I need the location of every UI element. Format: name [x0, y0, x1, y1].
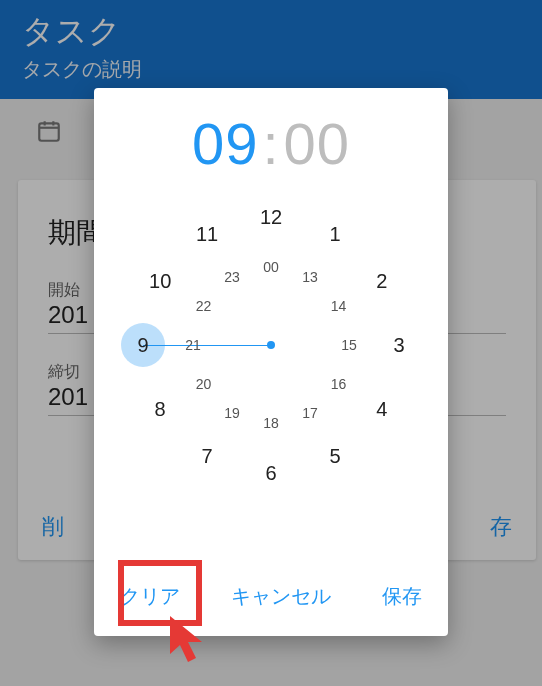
clock-hour-4[interactable]: 4 — [367, 394, 397, 424]
clock-face[interactable]: 9 12123456781011001314151617181920212223 — [121, 195, 421, 495]
annotation-cursor-icon — [168, 614, 218, 668]
clock-hour-2[interactable]: 2 — [367, 266, 397, 296]
clock-hour-14[interactable]: 14 — [324, 291, 354, 321]
clock-center-dot — [267, 341, 275, 349]
clock-hour-15[interactable]: 15 — [334, 330, 364, 360]
clock-hour-18[interactable]: 18 — [256, 408, 286, 438]
clock-hour-12[interactable]: 12 — [256, 202, 286, 232]
clock-hour-17[interactable]: 17 — [295, 398, 325, 428]
clock-hour-8[interactable]: 8 — [145, 394, 175, 424]
clock-hour-19[interactable]: 19 — [217, 398, 247, 428]
time-display: 09:00 — [94, 110, 448, 177]
dialog-save-button[interactable]: 保存 — [382, 583, 422, 610]
clock-hour-5[interactable]: 5 — [320, 441, 350, 471]
clock-hour-11[interactable]: 11 — [192, 219, 222, 249]
cancel-button[interactable]: キャンセル — [231, 583, 331, 610]
time-minute[interactable]: 00 — [284, 111, 351, 176]
time-picker-dialog: 09:00 9 12123456781011001314151617181920… — [94, 88, 448, 636]
clock-hour-16[interactable]: 16 — [324, 369, 354, 399]
clock-hour-20[interactable]: 20 — [188, 369, 218, 399]
time-hour[interactable]: 09 — [192, 111, 259, 176]
clock-hour-00[interactable]: 00 — [256, 252, 286, 282]
clock-hour-6[interactable]: 6 — [256, 458, 286, 488]
time-colon: : — [262, 111, 279, 176]
clock-selected-hour[interactable]: 9 — [121, 323, 165, 367]
clock-hour-23[interactable]: 23 — [217, 262, 247, 292]
clock-hour-1[interactable]: 1 — [320, 219, 350, 249]
clock-hour-3[interactable]: 3 — [384, 330, 414, 360]
clock-hour-7[interactable]: 7 — [192, 441, 222, 471]
clock-hour-13[interactable]: 13 — [295, 262, 325, 292]
clock-hour-22[interactable]: 22 — [188, 291, 218, 321]
clock-hour-21[interactable]: 21 — [178, 330, 208, 360]
clock-hour-10[interactable]: 10 — [145, 266, 175, 296]
